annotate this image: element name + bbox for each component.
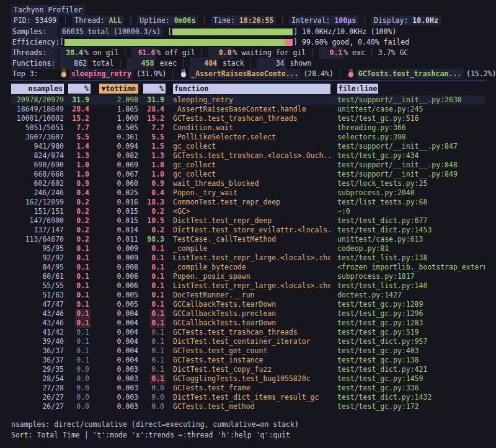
function-row[interactable]: 41/420.10.0040.1GCTests.test_trashcan_th… bbox=[11, 328, 485, 337]
top3-row: Top 3:sleeping_retry(31.9%)│_AssertRaise… bbox=[11, 68, 485, 79]
nsamples-cell: 36/37 bbox=[11, 356, 64, 365]
function-row[interactable]: 29/350.00.0030.1DictTest.test_copy_fuzzt… bbox=[11, 365, 485, 374]
direct-pct-cell: 0.1 bbox=[64, 318, 91, 328]
function-row[interactable]: 10001/1000215.21.00015.2GCTests.test_tra… bbox=[11, 114, 485, 123]
display-field: Display: 10.0Hz bbox=[371, 15, 441, 25]
nsamples-cell: 824/874 bbox=[11, 151, 64, 160]
column-header-cumulative-pct[interactable]: % bbox=[138, 84, 166, 94]
file-line-cell: test/test_gc.py:403 bbox=[330, 346, 485, 356]
function-row[interactable]: 162/120590.20.01618.3CommonTest.test_rep… bbox=[11, 198, 485, 207]
tottime-cell: 0.004 bbox=[91, 337, 138, 346]
function-row[interactable]: 18649/1864928.41.86528.4_AssertRaisesBas… bbox=[11, 105, 485, 114]
function-name-cell: GCTogglingTests.test_bug1055820c bbox=[166, 374, 330, 384]
function-name-cell: GCTests.test_trashcan.<locals>.Ouch.... bbox=[166, 151, 330, 160]
function-row[interactable]: 84/950.10.0080.1_compile_bytecode<frozen… bbox=[11, 263, 485, 272]
column-header-tottime[interactable]: ▼tottime bbox=[91, 84, 138, 94]
divider: │ bbox=[63, 16, 68, 25]
nsamples-cell: 60/61 bbox=[11, 272, 64, 281]
off-gil-suffix: % off gil bbox=[156, 48, 195, 57]
function-row[interactable]: 20978/2097931.92.09831.9sleeping_retryte… bbox=[11, 95, 485, 105]
nsamples-cell: 43/46 bbox=[11, 309, 64, 318]
app-title: Tachyon Profiler bbox=[11, 5, 85, 15]
function-row[interactable]: 5051/50517.70.5057.7Condition.waitthread… bbox=[11, 123, 485, 133]
function-name-cell: Popen._try_wait bbox=[166, 188, 330, 198]
function-row[interactable]: 55/550.10.0060.1ListTest.test_repr_large… bbox=[11, 281, 485, 291]
function-name-cell: wait_threads_blocked bbox=[166, 179, 330, 188]
total-functions-suffix: total bbox=[88, 59, 114, 68]
cumulative-pct-cell: 0.1 bbox=[138, 309, 166, 318]
nsamples-cell: 95/95 bbox=[11, 244, 64, 253]
file-line-cell: test/support/__init__.py:849 bbox=[330, 170, 485, 179]
direct-pct-cell: 0.1 bbox=[64, 244, 91, 253]
tottime-cell: 1.000 bbox=[91, 114, 138, 123]
column-header-function[interactable]: function bbox=[173, 84, 330, 94]
function-row[interactable]: 26/270.00.0030.0DictTest.test_dict_items… bbox=[11, 393, 485, 402]
function-row[interactable]: 51/630.10.0050.1DocTestRunner.__rundocte… bbox=[11, 291, 485, 300]
nsamples-cell: 941/980 bbox=[11, 142, 64, 151]
divider: │ bbox=[181, 59, 185, 68]
function-row[interactable]: 28/540.00.0030.1GCTogglingTests.test_bug… bbox=[11, 374, 485, 384]
divider: │ bbox=[128, 16, 133, 25]
column-header-file-line[interactable]: file:line bbox=[330, 84, 485, 94]
function-row[interactable]: 941/9801.40.0941.5gc_collecttest/support… bbox=[11, 142, 485, 151]
nsamples-cell: 18649/18649 bbox=[11, 105, 64, 114]
thread-field[interactable]: Thread: ALL bbox=[72, 15, 124, 25]
top3-function[interactable]: GCTests.test_trashcan... bbox=[356, 69, 463, 79]
function-row[interactable]: 95/950.10.0090.1_compilecodeop.py:81 bbox=[11, 244, 485, 253]
nsamples-cell: 39/40 bbox=[11, 337, 64, 346]
function-row[interactable]: 147/69000.20.01510.5DictTest.test_repr_d… bbox=[11, 216, 485, 226]
function-name-cell: Popen._posix_spawn bbox=[166, 272, 330, 281]
table-header: nsamples % ▼tottime % function file:line bbox=[11, 84, 485, 94]
function-row[interactable]: 36/370.10.0040.1GCTests.test_instancetes… bbox=[11, 356, 485, 365]
function-row[interactable]: 602/6020.90.0600.9wait_threads_blockedte… bbox=[11, 179, 485, 188]
thread-value: ALL bbox=[109, 16, 122, 25]
function-row[interactable]: 113/646700.20.01198.3TestCase._callTestM… bbox=[11, 235, 485, 244]
nsamples-cell: 10001/10002 bbox=[11, 114, 64, 123]
file-line-cell: threading.py:366 bbox=[330, 123, 485, 133]
bracket-close: ] bbox=[293, 38, 298, 46]
function-row[interactable]: 47/470.10.0050.1GCCallbackTests.tearDown… bbox=[11, 300, 485, 309]
tottime-cell: 0.006 bbox=[91, 272, 138, 281]
function-row[interactable]: 668/6681.00.0671.0gc_collecttest/support… bbox=[11, 170, 485, 179]
file-line-cell: subprocess.py:2040 bbox=[330, 188, 485, 198]
tottime-cell: 0.094 bbox=[91, 142, 138, 151]
top1-function[interactable]: sleeping_retry bbox=[69, 69, 133, 79]
cumulative-pct-cell: 0.1 bbox=[138, 253, 166, 263]
function-row[interactable]: 92/920.10.0090.1ListTest.test_repr_large… bbox=[11, 253, 485, 263]
cumulative-pct-cell: 10.5 bbox=[138, 216, 166, 226]
function-row[interactable]: 246/2460.40.0250.4Popen._try_waitsubproc… bbox=[11, 188, 485, 198]
direct-pct-cell: 0.1 bbox=[64, 253, 91, 263]
cumulative-pct-cell: 18.3 bbox=[138, 198, 166, 207]
column-header-nsamples[interactable]: nsamples bbox=[11, 84, 64, 94]
file-line-cell: test/test_gc.py:434 bbox=[330, 151, 485, 160]
function-row[interactable]: 137/1470.20.0140.2DictTest.test_store_ev… bbox=[11, 226, 485, 235]
column-header-direct-pct[interactable]: % bbox=[64, 84, 91, 94]
function-row[interactable]: 824/8741.30.0821.3GCTests.test_trashcan.… bbox=[11, 151, 485, 160]
direct-pct-cell: 0.1 bbox=[64, 337, 91, 346]
stack-functions-suffix: stack bbox=[218, 59, 244, 68]
function-row[interactable]: 43/460.10.0040.1GCCallbackTests.tearDown… bbox=[11, 318, 485, 328]
function-row[interactable]: 36/370.10.0040.1GCTests.test_get_countte… bbox=[11, 346, 485, 356]
function-name-cell: sleeping_retry bbox=[166, 95, 330, 105]
function-row[interactable]: 43/460.10.0040.1GCCallbackTests.preclean… bbox=[11, 309, 485, 318]
tottime-cell: 0.025 bbox=[91, 188, 138, 198]
tottime-cell: 0.003 bbox=[91, 402, 138, 411]
function-row[interactable]: 690/6901.00.0691.0gc_collecttest/support… bbox=[11, 160, 485, 170]
direct-pct-cell: 31.9 bbox=[64, 95, 91, 105]
function-row[interactable]: 26/270.00.0030.0GCTests.test_methodtest/… bbox=[11, 402, 485, 411]
file-line-cell: test/test_list.py:138 bbox=[330, 253, 485, 263]
function-name-cell: DictTest.test_dict_items_result_gc bbox=[166, 393, 330, 402]
function-row[interactable]: 60/610.10.0060.1Popen._posix_spawnsubpro… bbox=[11, 272, 485, 281]
function-row[interactable]: 151/1510.20.0150.2<GC>~:0 bbox=[11, 207, 485, 216]
top2-pct: (28.4%) bbox=[303, 69, 333, 78]
function-row[interactable]: 27/280.00.0030.0GCTests.test_frametest/t… bbox=[11, 384, 485, 393]
file-line-cell: test/support/__init__.py:847 bbox=[330, 142, 485, 151]
direct-pct-cell: 1.0 bbox=[64, 160, 91, 170]
top2-function[interactable]: _AssertRaisesBaseConte... bbox=[189, 69, 300, 79]
top1-pct: (31.9%) bbox=[136, 69, 166, 78]
cumulative-pct-cell: 0.1 bbox=[138, 300, 166, 309]
interval-label: Interval: bbox=[291, 16, 330, 25]
function-row[interactable]: 39/400.10.0040.1DictTest.test_container_… bbox=[11, 337, 485, 346]
cumulative-pct-cell: 0.1 bbox=[138, 318, 166, 328]
function-row[interactable]: 3607/36075.50.3615.5_PollLikeSelector.se… bbox=[11, 133, 485, 142]
